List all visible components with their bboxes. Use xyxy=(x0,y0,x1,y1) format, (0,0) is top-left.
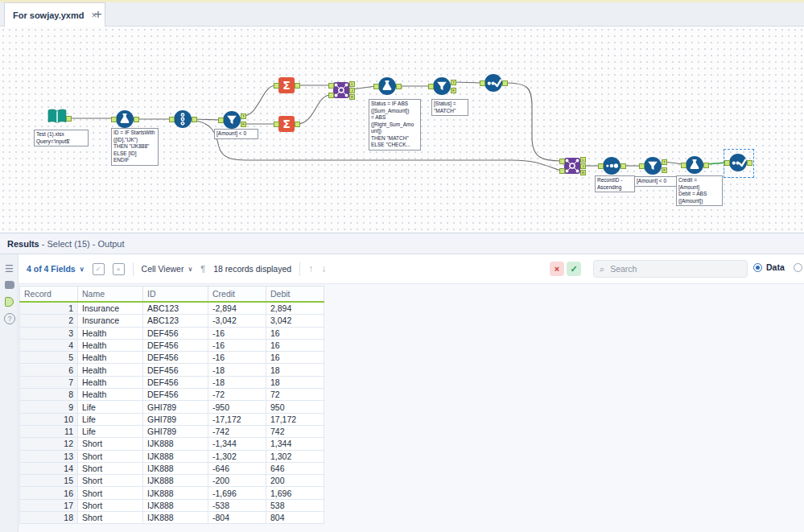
cell[interactable]: -804 xyxy=(208,512,266,524)
cell[interactable]: DEF456 xyxy=(143,327,208,339)
cell[interactable]: 5 xyxy=(20,352,78,364)
cell[interactable]: IJK888 xyxy=(143,512,208,524)
whitespace-toggle-icon[interactable]: ¶ xyxy=(200,264,205,274)
cell[interactable]: -16 xyxy=(208,352,266,364)
cell[interactable]: -16 xyxy=(208,327,266,339)
apply-filter-button[interactable]: ✓ xyxy=(567,262,581,276)
fields-dropdown[interactable]: 4 of 4 Fields ∨ xyxy=(27,264,85,274)
cell[interactable]: -1,696 xyxy=(208,487,266,499)
cell[interactable]: 200 xyxy=(266,475,324,487)
column-header-credit[interactable]: Credit xyxy=(208,287,266,303)
cell[interactable]: -2,894 xyxy=(208,302,266,315)
cell[interactable]: Health xyxy=(78,339,143,351)
cell[interactable]: IJK888 xyxy=(143,487,208,499)
cell[interactable]: IJK888 xyxy=(143,499,208,511)
cell[interactable]: Health xyxy=(78,389,143,401)
column-header-debit[interactable]: Debit xyxy=(266,287,324,303)
cell[interactable]: GHI789 xyxy=(143,425,208,437)
cell[interactable]: 18 xyxy=(266,364,324,376)
cell[interactable]: 16 xyxy=(266,339,324,351)
cell[interactable]: 72 xyxy=(266,389,324,401)
column-header-id[interactable]: ID xyxy=(143,287,208,303)
cell[interactable]: -17,172 xyxy=(208,413,266,425)
cell[interactable]: 3,042 xyxy=(266,315,324,327)
cell[interactable]: IJK888 xyxy=(143,438,208,450)
cell[interactable]: 804 xyxy=(266,512,324,524)
scroll-down-icon[interactable]: ↓ xyxy=(321,263,326,274)
cell[interactable]: -1,344 xyxy=(208,438,266,450)
cell[interactable]: -538 xyxy=(208,499,266,511)
cell[interactable]: Health xyxy=(78,352,143,364)
cell[interactable]: DEF456 xyxy=(143,376,208,388)
cell[interactable]: 8 xyxy=(20,389,78,401)
cell[interactable]: 6 xyxy=(20,364,78,376)
cell[interactable]: -1,302 xyxy=(208,450,266,462)
cell[interactable]: 2 xyxy=(20,315,78,327)
cell[interactable]: ABC123 xyxy=(143,302,208,315)
cell[interactable]: 17 xyxy=(20,499,78,511)
cell[interactable]: 4 xyxy=(20,339,78,351)
cell[interactable]: Health xyxy=(78,327,143,339)
cell[interactable]: Life xyxy=(78,425,143,437)
cell[interactable]: Short xyxy=(78,487,143,499)
cell[interactable]: 2,894 xyxy=(266,302,324,315)
cell[interactable]: IJK888 xyxy=(143,450,208,462)
cell[interactable]: 17,172 xyxy=(266,413,324,425)
cell[interactable]: 16 xyxy=(266,327,324,339)
cell[interactable]: -3,042 xyxy=(208,315,266,327)
cell[interactable]: Short xyxy=(78,499,143,511)
cell[interactable]: IJK888 xyxy=(143,462,208,474)
cell[interactable]: Short xyxy=(78,512,143,524)
select-all-checkbox-icon[interactable]: ✓ xyxy=(93,263,105,275)
cell[interactable]: -18 xyxy=(208,376,266,388)
data-radio[interactable] xyxy=(753,263,762,272)
cell[interactable]: 15 xyxy=(20,475,78,487)
search-input[interactable] xyxy=(608,263,732,274)
cell[interactable]: 646 xyxy=(266,462,324,474)
cell[interactable]: Health xyxy=(78,364,143,376)
cell[interactable]: 16 xyxy=(266,352,324,364)
clear-filter-button[interactable]: × xyxy=(550,262,564,276)
cell[interactable]: DEF456 xyxy=(143,352,208,364)
cell[interactable]: Health xyxy=(78,376,143,388)
column-header-record[interactable]: Record xyxy=(20,287,78,303)
data-tab-icon[interactable] xyxy=(3,295,15,307)
cell[interactable]: Short xyxy=(78,438,143,450)
help-icon[interactable]: ? xyxy=(4,313,15,324)
cell[interactable]: GHI789 xyxy=(143,401,208,413)
cell[interactable]: Insurance xyxy=(78,315,143,327)
metadata-radio[interactable] xyxy=(794,263,802,272)
cell[interactable]: 1 xyxy=(20,302,78,315)
cell[interactable]: 742 xyxy=(266,425,324,437)
cell[interactable]: -646 xyxy=(208,462,266,474)
cell[interactable]: Short xyxy=(78,475,143,487)
deselect-all-icon[interactable]: × xyxy=(113,263,125,275)
cell[interactable]: -18 xyxy=(208,364,266,376)
cell[interactable]: ABC123 xyxy=(143,315,208,327)
cell[interactable]: -16 xyxy=(208,339,266,351)
cell[interactable]: -950 xyxy=(208,401,266,413)
cell[interactable]: Insurance xyxy=(78,302,143,315)
cell[interactable]: 11 xyxy=(20,425,78,437)
cell[interactable]: 538 xyxy=(266,499,324,511)
cell[interactable]: -72 xyxy=(208,389,266,401)
cell[interactable]: 16 xyxy=(20,487,78,499)
config-list-icon[interactable]: ☰ xyxy=(3,262,15,274)
cell[interactable]: 9 xyxy=(20,401,78,413)
cell[interactable]: 10 xyxy=(20,413,78,425)
cell[interactable]: 18 xyxy=(266,376,324,388)
cell[interactable]: 14 xyxy=(20,462,78,474)
cell[interactable]: 1,344 xyxy=(266,438,324,450)
cell[interactable]: Life xyxy=(78,413,143,425)
cell[interactable]: Short xyxy=(78,450,143,462)
cell[interactable]: 13 xyxy=(20,450,78,462)
cell[interactable]: 12 xyxy=(20,438,78,450)
cell[interactable]: -742 xyxy=(208,425,266,437)
column-header-name[interactable]: Name xyxy=(78,287,143,303)
cell[interactable]: 1,696 xyxy=(266,487,324,499)
cell[interactable]: 7 xyxy=(20,376,78,388)
cell[interactable]: 3 xyxy=(20,327,78,339)
cell-viewer-dropdown[interactable]: Cell Viewer ∨ xyxy=(142,264,193,274)
cell[interactable]: DEF456 xyxy=(143,364,208,376)
cell[interactable]: IJK888 xyxy=(143,475,208,487)
